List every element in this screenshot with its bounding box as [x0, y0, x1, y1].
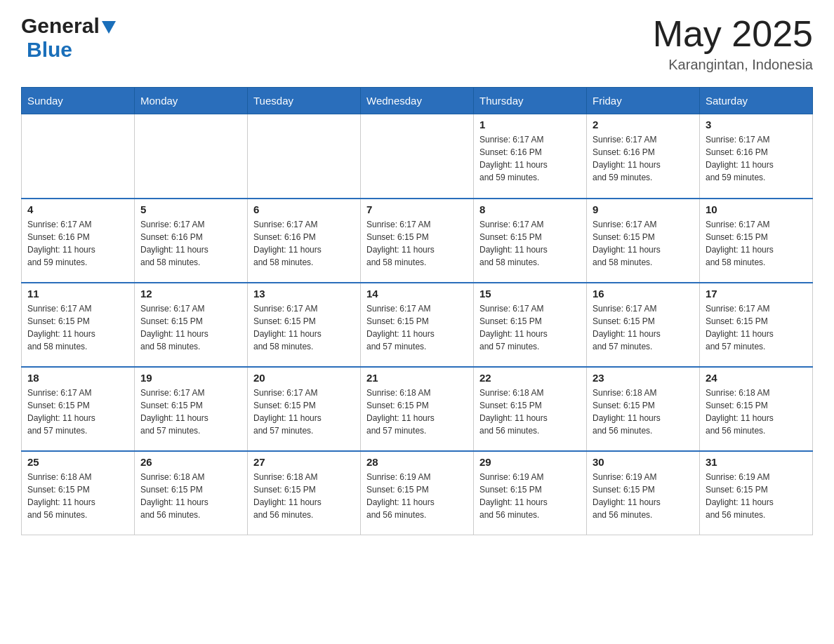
day-info: Sunrise: 6:19 AMSunset: 6:15 PMDaylight:… [479, 471, 581, 521]
day-info: Sunrise: 6:17 AMSunset: 6:16 PMDaylight:… [593, 133, 694, 184]
day-number: 3 [706, 119, 807, 130]
weekday-header-thursday: Thursday [474, 88, 587, 114]
calendar-cell: 29Sunrise: 6:19 AMSunset: 6:15 PMDayligh… [474, 451, 587, 535]
day-info: Sunrise: 6:17 AMSunset: 6:15 PMDaylight:… [366, 302, 468, 353]
calendar-week-row-1: 1Sunrise: 6:17 AMSunset: 6:16 PMDaylight… [22, 114, 813, 199]
day-number: 9 [593, 203, 694, 215]
day-number: 5 [140, 203, 241, 215]
day-info: Sunrise: 6:17 AMSunset: 6:16 PMDaylight:… [253, 218, 355, 269]
day-number: 30 [593, 456, 694, 468]
calendar-cell: 31Sunrise: 6:19 AMSunset: 6:15 PMDayligh… [700, 451, 813, 535]
day-info: Sunrise: 6:17 AMSunset: 6:15 PMDaylight:… [27, 302, 128, 353]
day-info: Sunrise: 6:17 AMSunset: 6:15 PMDaylight:… [140, 387, 241, 437]
calendar-week-row-2: 4Sunrise: 6:17 AMSunset: 6:16 PMDaylight… [22, 199, 813, 283]
day-number: 17 [706, 288, 807, 300]
calendar-cell: 26Sunrise: 6:18 AMSunset: 6:15 PMDayligh… [135, 451, 248, 535]
calendar-cell: 4Sunrise: 6:17 AMSunset: 6:16 PMDaylight… [22, 199, 135, 283]
day-info: Sunrise: 6:19 AMSunset: 6:15 PMDaylight:… [366, 471, 468, 521]
calendar-cell: 30Sunrise: 6:19 AMSunset: 6:15 PMDayligh… [587, 451, 700, 535]
day-info: Sunrise: 6:17 AMSunset: 6:15 PMDaylight:… [593, 302, 694, 353]
day-info: Sunrise: 6:17 AMSunset: 6:16 PMDaylight:… [140, 218, 241, 269]
calendar-cell: 10Sunrise: 6:17 AMSunset: 6:15 PMDayligh… [700, 199, 813, 283]
weekday-header-wednesday: Wednesday [361, 88, 474, 114]
logo-blue: Blue [27, 38, 72, 61]
day-info: Sunrise: 6:19 AMSunset: 6:15 PMDaylight:… [593, 471, 694, 521]
day-info: Sunrise: 6:18 AMSunset: 6:15 PMDaylight:… [593, 387, 694, 437]
calendar-week-row-3: 11Sunrise: 6:17 AMSunset: 6:15 PMDayligh… [22, 283, 813, 367]
weekday-header-sunday: Sunday [22, 88, 135, 114]
day-number: 15 [479, 288, 581, 300]
weekday-header-monday: Monday [135, 88, 248, 114]
day-number: 12 [140, 288, 241, 300]
day-info: Sunrise: 6:17 AMSunset: 6:15 PMDaylight:… [366, 218, 468, 269]
calendar-week-row-4: 18Sunrise: 6:17 AMSunset: 6:15 PMDayligh… [22, 367, 813, 451]
day-info: Sunrise: 6:17 AMSunset: 6:15 PMDaylight:… [253, 387, 355, 437]
day-number: 28 [366, 456, 468, 468]
day-number: 20 [253, 372, 355, 384]
day-number: 25 [27, 456, 128, 468]
day-number: 19 [140, 372, 241, 384]
weekday-header-saturday: Saturday [700, 88, 813, 114]
day-info: Sunrise: 6:17 AMSunset: 6:15 PMDaylight:… [479, 218, 581, 269]
calendar-cell: 27Sunrise: 6:18 AMSunset: 6:15 PMDayligh… [248, 451, 361, 535]
calendar-cell: 12Sunrise: 6:17 AMSunset: 6:15 PMDayligh… [135, 283, 248, 367]
calendar-cell: 11Sunrise: 6:17 AMSunset: 6:15 PMDayligh… [22, 283, 135, 367]
day-info: Sunrise: 6:18 AMSunset: 6:15 PMDaylight:… [27, 471, 128, 521]
day-info: Sunrise: 6:17 AMSunset: 6:16 PMDaylight:… [27, 218, 128, 269]
weekday-header-tuesday: Tuesday [248, 88, 361, 114]
calendar-cell [361, 114, 474, 199]
logo: General Blue [21, 14, 116, 62]
day-info: Sunrise: 6:17 AMSunset: 6:15 PMDaylight:… [706, 218, 807, 269]
day-number: 2 [593, 119, 694, 130]
day-number: 10 [706, 203, 807, 215]
day-info: Sunrise: 6:18 AMSunset: 6:15 PMDaylight:… [140, 471, 241, 521]
calendar-cell: 25Sunrise: 6:18 AMSunset: 6:15 PMDayligh… [22, 451, 135, 535]
day-info: Sunrise: 6:17 AMSunset: 6:15 PMDaylight:… [140, 302, 241, 353]
day-number: 6 [253, 203, 355, 215]
day-number: 21 [366, 372, 468, 384]
day-info: Sunrise: 6:19 AMSunset: 6:15 PMDaylight:… [706, 471, 807, 521]
calendar-cell: 3Sunrise: 6:17 AMSunset: 6:16 PMDaylight… [700, 114, 813, 199]
calendar-cell: 24Sunrise: 6:18 AMSunset: 6:15 PMDayligh… [700, 367, 813, 451]
day-number: 27 [253, 456, 355, 468]
logo-general: General [21, 14, 100, 37]
day-info: Sunrise: 6:17 AMSunset: 6:15 PMDaylight:… [593, 218, 694, 269]
calendar-cell: 17Sunrise: 6:17 AMSunset: 6:15 PMDayligh… [700, 283, 813, 367]
calendar-cell: 6Sunrise: 6:17 AMSunset: 6:16 PMDaylight… [248, 199, 361, 283]
day-info: Sunrise: 6:18 AMSunset: 6:15 PMDaylight:… [366, 387, 468, 437]
calendar-cell: 28Sunrise: 6:19 AMSunset: 6:15 PMDayligh… [361, 451, 474, 535]
location-subtitle: Karangintan, Indonesia [653, 57, 813, 73]
page-header: General Blue May 2025 Karangintan, Indon… [21, 14, 813, 73]
calendar-cell: 5Sunrise: 6:17 AMSunset: 6:16 PMDaylight… [135, 199, 248, 283]
calendar-cell: 20Sunrise: 6:17 AMSunset: 6:15 PMDayligh… [248, 367, 361, 451]
day-number: 24 [706, 372, 807, 384]
calendar-cell: 23Sunrise: 6:18 AMSunset: 6:15 PMDayligh… [587, 367, 700, 451]
day-number: 14 [366, 288, 468, 300]
calendar-cell: 8Sunrise: 6:17 AMSunset: 6:15 PMDaylight… [474, 199, 587, 283]
calendar-cell: 9Sunrise: 6:17 AMSunset: 6:15 PMDaylight… [587, 199, 700, 283]
day-info: Sunrise: 6:18 AMSunset: 6:15 PMDaylight:… [253, 471, 355, 521]
title-block: May 2025 Karangintan, Indonesia [653, 14, 813, 73]
calendar-cell [135, 114, 248, 199]
calendar-table: SundayMondayTuesdayWednesdayThursdayFrid… [21, 87, 813, 535]
calendar-cell: 15Sunrise: 6:17 AMSunset: 6:15 PMDayligh… [474, 283, 587, 367]
day-number: 18 [27, 372, 128, 384]
calendar-cell: 14Sunrise: 6:17 AMSunset: 6:15 PMDayligh… [361, 283, 474, 367]
calendar-cell: 22Sunrise: 6:18 AMSunset: 6:15 PMDayligh… [474, 367, 587, 451]
calendar-week-row-5: 25Sunrise: 6:18 AMSunset: 6:15 PMDayligh… [22, 451, 813, 535]
calendar-cell [248, 114, 361, 199]
calendar-cell: 1Sunrise: 6:17 AMSunset: 6:16 PMDaylight… [474, 114, 587, 199]
day-number: 13 [253, 288, 355, 300]
logo-triangle-icon [102, 21, 116, 34]
day-number: 8 [479, 203, 581, 215]
weekday-header-friday: Friday [587, 88, 700, 114]
calendar-cell: 2Sunrise: 6:17 AMSunset: 6:16 PMDaylight… [587, 114, 700, 199]
day-number: 31 [706, 456, 807, 468]
calendar-cell: 16Sunrise: 6:17 AMSunset: 6:15 PMDayligh… [587, 283, 700, 367]
calendar-cell: 21Sunrise: 6:18 AMSunset: 6:15 PMDayligh… [361, 367, 474, 451]
day-info: Sunrise: 6:17 AMSunset: 6:15 PMDaylight:… [27, 387, 128, 437]
calendar-cell: 18Sunrise: 6:17 AMSunset: 6:15 PMDayligh… [22, 367, 135, 451]
weekday-header-row: SundayMondayTuesdayWednesdayThursdayFrid… [22, 88, 813, 114]
calendar-cell [22, 114, 135, 199]
day-number: 22 [479, 372, 581, 384]
